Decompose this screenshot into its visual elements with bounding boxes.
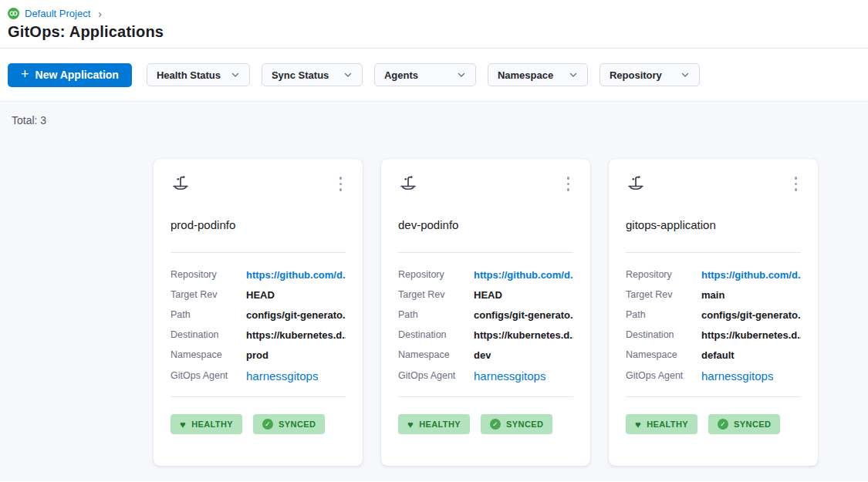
- field-row-namespace: Namespace dev: [398, 345, 573, 365]
- application-card[interactable]: dev-podinfo Repository https://github.co…: [381, 159, 590, 466]
- filter-label: Health Status: [157, 69, 221, 81]
- field-value: prod: [246, 349, 269, 361]
- sync-status-badge: ✓ SYNCED: [708, 414, 780, 434]
- field-value: https://kubernetes.d...: [246, 329, 346, 341]
- field-row-destination: Destination https://kubernetes.d...: [398, 325, 573, 345]
- divider: [171, 252, 346, 253]
- divider: [171, 396, 346, 397]
- card-fields: Repository https://github.com/d... Targe…: [626, 265, 801, 386]
- plus-icon: +: [21, 67, 29, 81]
- repository-link[interactable]: https://github.com/d...: [701, 269, 801, 281]
- chevron-down-icon: [231, 70, 240, 79]
- application-card[interactable]: prod-podinfo Repository https://github.c…: [154, 159, 363, 466]
- field-value: configs/git-generato...: [246, 309, 346, 321]
- field-value: default: [701, 349, 735, 361]
- field-label: Namespace: [626, 349, 701, 360]
- repository-link[interactable]: https://github.com/d...: [474, 269, 573, 281]
- check-circle-icon: ✓: [718, 419, 728, 430]
- new-application-button[interactable]: + New Application: [8, 63, 132, 87]
- field-value: HEAD: [474, 289, 502, 301]
- filter-dropdown-repository[interactable]: Repository: [599, 63, 700, 86]
- project-icon: [8, 8, 19, 19]
- gitops-agent-link[interactable]: harnessgitops: [246, 369, 318, 383]
- card-fields: Repository https://github.com/d... Targe…: [171, 265, 346, 386]
- field-label: Path: [398, 309, 474, 320]
- gitops-application-icon: [398, 174, 418, 194]
- chevron-down-icon: [457, 70, 466, 79]
- filter-dropdown-sync-status[interactable]: Sync Status: [262, 63, 363, 86]
- filter-label: Repository: [610, 69, 662, 81]
- sync-status-label: SYNCED: [734, 420, 771, 429]
- health-status-label: HEALTHY: [647, 420, 688, 429]
- card-menu-button[interactable]: [791, 174, 802, 194]
- field-label: Repository: [398, 269, 474, 280]
- status-badges: ♥ HEALTHY ✓ SYNCED: [171, 414, 346, 434]
- sync-status-label: SYNCED: [506, 420, 543, 429]
- field-value: configs/git-generato...: [474, 309, 573, 321]
- chevron-down-icon: [569, 70, 578, 79]
- field-label: GitOps Agent: [398, 370, 474, 381]
- card-header: [626, 174, 801, 194]
- gitops-application-icon: [626, 174, 646, 194]
- field-label: Namespace: [171, 349, 246, 360]
- field-label: Destination: [398, 329, 474, 340]
- field-row-gitops-agent: GitOps Agent harnessgitops: [398, 365, 573, 386]
- field-label: GitOps Agent: [171, 370, 246, 381]
- card-menu-button[interactable]: [563, 174, 574, 194]
- field-row-destination: Destination https://kubernetes.d...: [171, 325, 346, 345]
- filter-dropdown-namespace[interactable]: Namespace: [488, 63, 588, 86]
- sync-status-badge: ✓ SYNCED: [253, 414, 325, 434]
- field-row-repository: Repository https://github.com/d...: [398, 265, 573, 285]
- field-row-path: Path configs/git-generato...: [626, 305, 801, 325]
- field-label: Target Rev: [171, 289, 246, 300]
- application-card[interactable]: gitops-application Repository https://gi…: [609, 159, 818, 466]
- field-row-target-rev: Target Rev HEAD: [398, 285, 573, 305]
- page-header: Default Project › GitOps: Applications: [0, 0, 868, 49]
- gitops-agent-link[interactable]: harnessgitops: [474, 369, 545, 383]
- field-label: Destination: [626, 329, 701, 340]
- applications-content: Total: 3 prod-podinfo Repository https:/…: [0, 102, 868, 481]
- field-row-target-rev: Target Rev HEAD: [171, 285, 346, 305]
- field-value: configs/git-generato...: [701, 309, 801, 321]
- chevron-down-icon: [343, 70, 353, 79]
- sync-status-label: SYNCED: [279, 420, 316, 429]
- check-circle-icon: ✓: [490, 419, 501, 430]
- application-name: dev-podinfo: [398, 218, 573, 231]
- health-status-label: HEALTHY: [191, 420, 233, 429]
- filter-dropdown-agents[interactable]: Agents: [374, 63, 476, 86]
- field-label: Path: [626, 309, 701, 320]
- status-badges: ♥ HEALTHY ✓ SYNCED: [398, 414, 573, 434]
- gitops-agent-link[interactable]: harnessgitops: [701, 369, 773, 383]
- page-title: GitOps: Applications: [8, 23, 868, 41]
- divider: [398, 252, 573, 253]
- health-status-badge: ♥ HEALTHY: [626, 414, 697, 434]
- repository-link[interactable]: https://github.com/d...: [246, 269, 346, 281]
- divider: [398, 396, 573, 397]
- health-status-badge: ♥ HEALTHY: [398, 414, 470, 434]
- card-menu-button[interactable]: [336, 174, 346, 194]
- field-value: https://kubernetes.d...: [701, 329, 801, 341]
- field-row-repository: Repository https://github.com/d...: [171, 265, 346, 285]
- field-row-repository: Repository https://github.com/d...: [626, 265, 801, 285]
- chevron-down-icon: [681, 70, 690, 79]
- field-row-namespace: Namespace prod: [171, 345, 346, 365]
- heart-icon: ♥: [635, 420, 641, 430]
- filter-label: Sync Status: [272, 69, 329, 81]
- field-row-gitops-agent: GitOps Agent harnessgitops: [171, 365, 346, 386]
- field-value: dev: [474, 349, 491, 361]
- cards-row: prod-podinfo Repository https://github.c…: [154, 159, 868, 466]
- field-label: GitOps Agent: [626, 370, 701, 381]
- field-label: Destination: [171, 329, 246, 340]
- field-label: Target Rev: [398, 289, 474, 300]
- field-label: Target Rev: [626, 289, 701, 300]
- field-row-namespace: Namespace default: [626, 345, 801, 365]
- breadcrumb-project-link[interactable]: Default Project: [25, 8, 90, 19]
- filter-dropdown-health-status[interactable]: Health Status: [147, 63, 250, 86]
- total-count-label: Total: 3: [0, 102, 868, 126]
- gitops-application-icon: [171, 174, 191, 194]
- field-row-path: Path configs/git-generato...: [398, 305, 573, 325]
- field-value: HEAD: [246, 289, 275, 301]
- application-name: prod-podinfo: [171, 218, 346, 231]
- field-row-target-rev: Target Rev main: [626, 285, 801, 305]
- field-label: Path: [171, 309, 246, 320]
